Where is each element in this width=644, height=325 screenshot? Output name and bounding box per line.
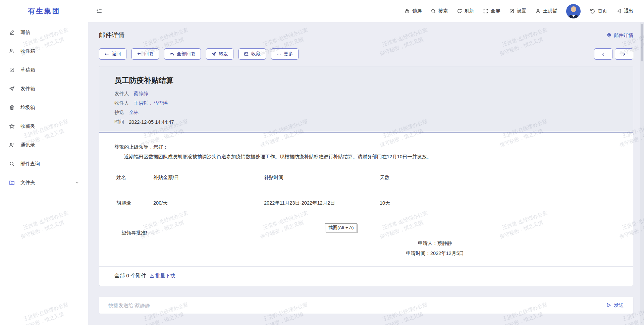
sidebar-collapse-icon[interactable] (96, 8, 102, 14)
mail-toolbar: 返回 回复 全部回复 转发 收藏 更多 (99, 48, 299, 60)
cc-value[interactable]: 全林 (129, 109, 139, 116)
subsidy-table-row: 胡鹏濠 200/天 2022年11月23日-2022年12月2日 10天 (116, 200, 618, 206)
send-triangle-icon (606, 303, 611, 308)
sidebar-item-label: 写信 (20, 29, 30, 36)
prev-mail-button[interactable] (594, 48, 612, 60)
page-title: 邮件详情 (99, 31, 124, 40)
more-label: 更多 (284, 51, 293, 57)
more-button[interactable]: 更多 (271, 48, 299, 60)
screenshot-tooltip: 截图(Alt + A) (325, 223, 357, 232)
user-icon (535, 8, 541, 14)
reply-label: 回复 (144, 51, 154, 57)
mail-time-row: 时间 2022-12-05 14:44:47 (114, 119, 618, 125)
cell-name: 胡鹏濠 (116, 200, 153, 206)
col-header: 补贴时间 (264, 174, 380, 181)
search-label: 搜索 (438, 8, 448, 14)
breadcrumb[interactable]: 邮件详情 (606, 32, 633, 39)
home-label: 首页 (598, 8, 607, 14)
sidebar-item-label: 垃圾箱 (20, 104, 35, 111)
mail-pager (594, 48, 633, 60)
applicant-line: 申请人：蔡静静 (406, 238, 464, 248)
location-pin-icon (606, 33, 612, 38)
mail-search-icon (9, 161, 15, 167)
sidebar-item-drafts[interactable]: 草稿箱 (0, 60, 88, 79)
app-logo: 有生集团 (0, 6, 88, 16)
chevron-left-icon (601, 52, 605, 56)
chevron-right-icon (622, 52, 626, 56)
next-mail-button[interactable] (615, 48, 633, 60)
fullscreen-button[interactable]: 全屏 (483, 8, 500, 14)
mail-header: 员工防疫补贴结算 发件人 蔡静静 收件人 王洪哲，马雪瑶 抄送 全林 时间 20… (99, 66, 633, 132)
sidebar-item-label: 通讯录 (20, 142, 35, 148)
sidebar-item-trash[interactable]: 垃圾箱 (0, 98, 88, 117)
sidebar-item-sent[interactable]: 发件箱 (0, 79, 88, 98)
time-label: 时间 (114, 119, 124, 125)
logout-label: 退出 (624, 8, 633, 14)
to-label: 收件人 (114, 100, 129, 106)
col-header: 姓名 (116, 174, 153, 181)
sidebar-item-favorites[interactable]: 收藏夹 (0, 117, 88, 136)
send-label: 发送 (614, 302, 624, 309)
mail-body: 尊敬的上级领导，您好： 近期福田区数据团队成员胡鹏濠被抽调沙头街道参加疫情数据处… (99, 132, 633, 258)
sidebar-item-compose[interactable]: 写信 (0, 23, 88, 42)
forward-button[interactable]: 转发 (206, 48, 233, 60)
sidebar: 写信 收件箱 草稿箱 发件箱 垃圾箱 收藏夹 通讯录 邮件查询 文件夹 (0, 22, 88, 325)
mail-closing: 望领导批准! (121, 230, 618, 236)
current-user-button[interactable]: 王洪哲 (535, 8, 557, 14)
chevron-down-icon (75, 180, 79, 185)
scrollbar-thumb[interactable] (641, 24, 643, 61)
subsidy-table-header: 姓名 补贴金额/日 补贴时间 天数 (116, 174, 618, 181)
send-button[interactable]: 发送 (606, 302, 624, 309)
trash-icon (9, 105, 15, 110)
mail-cc-row: 抄送 全林 (114, 109, 618, 116)
forward-send-icon (211, 52, 216, 57)
search-button[interactable]: 搜索 (431, 8, 448, 14)
mail-greeting: 尊敬的上级领导，您好： (114, 144, 618, 150)
folder-plus-icon (9, 180, 15, 185)
search-icon (431, 8, 436, 14)
lock-icon (405, 8, 410, 14)
topbar: 有生集团 锁屏 搜索 刷新 全屏 设置 王洪哲 (0, 0, 644, 22)
favorite-button[interactable]: 收藏 (238, 48, 266, 60)
contacts-icon (9, 142, 15, 148)
star-icon (9, 123, 15, 129)
avatar-head (571, 6, 576, 12)
fullscreen-label: 全屏 (491, 8, 500, 14)
batch-download-label: 批量下载 (155, 273, 175, 279)
settings-button[interactable]: 设置 (509, 8, 526, 14)
col-header: 天数 (380, 174, 618, 181)
download-icon (149, 273, 154, 278)
refresh-icon (457, 8, 462, 14)
back-button[interactable]: 返回 (99, 48, 126, 60)
sidebar-item-label: 收件箱 (20, 48, 35, 54)
sidebar-item-inbox[interactable]: 收件箱 (0, 42, 88, 60)
reply-button[interactable]: 回复 (131, 48, 159, 60)
signature-block: 申请人：蔡静静 申请时间：2022年12月5日 (406, 238, 464, 258)
logout-button[interactable]: 退出 (616, 8, 633, 14)
mail-to-row: 收件人 王洪哲，马雪瑶 (114, 100, 618, 106)
refresh-label: 刷新 (465, 8, 474, 14)
quick-reply-input[interactable] (108, 303, 606, 308)
refresh-button[interactable]: 刷新 (457, 8, 474, 14)
sidebar-item-contacts[interactable]: 通讯录 (0, 136, 88, 154)
mail-paragraph: 近期福田区数据团队成员胡鹏濠被抽调沙头街道参加疫情数据处理工作。现根据防疫补贴标… (114, 153, 618, 160)
sidebar-item-label: 发件箱 (20, 86, 35, 92)
avatar[interactable] (566, 4, 581, 18)
batch-download-link[interactable]: 批量下载 (149, 273, 175, 279)
sidebar-item-folders[interactable]: 文件夹 (0, 173, 88, 192)
sidebar-item-mail-search[interactable]: 邮件查询 (0, 154, 88, 173)
from-value[interactable]: 蔡静静 (134, 91, 149, 97)
favorite-label: 收藏 (251, 51, 261, 57)
lock-screen-button[interactable]: 锁屏 (405, 8, 422, 14)
cc-label: 抄送 (114, 109, 124, 116)
back-label: 返回 (112, 51, 121, 57)
reply-all-button[interactable]: 全部回复 (164, 48, 201, 60)
from-label: 发件人 (114, 91, 129, 97)
to-value[interactable]: 王洪哲，马雪瑶 (134, 100, 168, 106)
mail-subject: 员工防疫补贴结算 (114, 75, 618, 86)
scrollbar-track[interactable] (640, 22, 644, 325)
arrow-left-icon (104, 52, 109, 57)
home-button[interactable]: 首页 (590, 8, 607, 14)
attachments-bar: 全部 0 个附件 批量下载 (99, 266, 633, 286)
cell-amount: 200/天 (153, 200, 264, 206)
